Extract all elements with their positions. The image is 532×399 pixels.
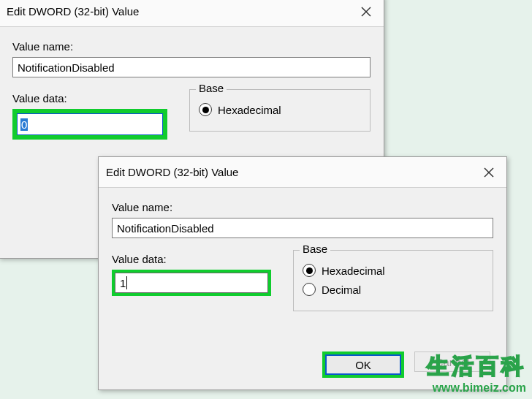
text-caret <box>126 276 127 289</box>
dialog-body-back: Value name: Value data: 0 Base Hexadecim… <box>0 27 384 150</box>
close-icon <box>361 7 371 17</box>
close-icon <box>484 167 494 178</box>
base-column: Base Hexadecimal Decimal <box>293 250 493 311</box>
radio-label: Hexadecimal <box>322 265 385 277</box>
radio-icon <box>303 283 316 296</box>
value-data-label: Value data: <box>112 253 271 265</box>
ok-button[interactable]: OK <box>325 354 401 375</box>
value-name-label: Value name: <box>112 201 493 213</box>
value-name-field[interactable] <box>112 218 493 238</box>
value-data-text: 1 <box>120 277 126 289</box>
radio-label: Hexadecimal <box>218 104 281 116</box>
value-data-column: Value data: 1 <box>112 250 271 311</box>
radio-decimal[interactable]: Decimal <box>303 283 484 296</box>
value-data-field[interactable]: 1 <box>115 273 268 293</box>
base-groupbox: Base Hexadecimal Decimal <box>293 250 493 311</box>
base-legend: Base <box>196 82 227 94</box>
highlight-value-data-back: 0 <box>12 109 167 140</box>
cancel-button[interactable]: Cancel <box>414 352 490 372</box>
value-data-label: Value data: <box>12 92 167 104</box>
radio-label: Decimal <box>322 284 361 296</box>
value-data-field[interactable]: 0 <box>17 113 163 135</box>
dialog-buttons: OK Cancel <box>322 352 490 378</box>
base-legend: Base <box>300 243 330 255</box>
radio-icon <box>199 103 212 116</box>
close-button[interactable] <box>356 1 376 22</box>
titlebar-back: Edit DWORD (32-bit) Value <box>0 0 384 27</box>
edit-dword-dialog-front: Edit DWORD (32-bit) Value Value name: Va… <box>98 156 507 390</box>
base-column: Base Hexadecimal <box>189 89 370 140</box>
value-name-label: Value name: <box>12 40 370 53</box>
titlebar-front: Edit DWORD (32-bit) Value <box>99 157 506 188</box>
dialog-title: Edit DWORD (32-bit) Value <box>106 166 238 178</box>
value-data-column: Value data: 0 <box>12 89 167 140</box>
dialog-body-front: Value name: Value data: 1 Base Hexadecim… <box>99 188 506 322</box>
radio-icon <box>303 264 316 277</box>
value-data-text: 0 <box>20 118 28 131</box>
close-button[interactable] <box>479 162 499 183</box>
radio-hexadecimal[interactable]: Hexadecimal <box>199 103 361 116</box>
base-groupbox: Base Hexadecimal <box>189 89 370 132</box>
highlight-ok-button: OK <box>322 352 404 378</box>
value-name-field[interactable] <box>12 57 370 77</box>
highlight-value-data-front: 1 <box>112 270 271 296</box>
dialog-title: Edit DWORD (32-bit) Value <box>7 5 139 18</box>
radio-hexadecimal[interactable]: Hexadecimal <box>303 264 484 277</box>
